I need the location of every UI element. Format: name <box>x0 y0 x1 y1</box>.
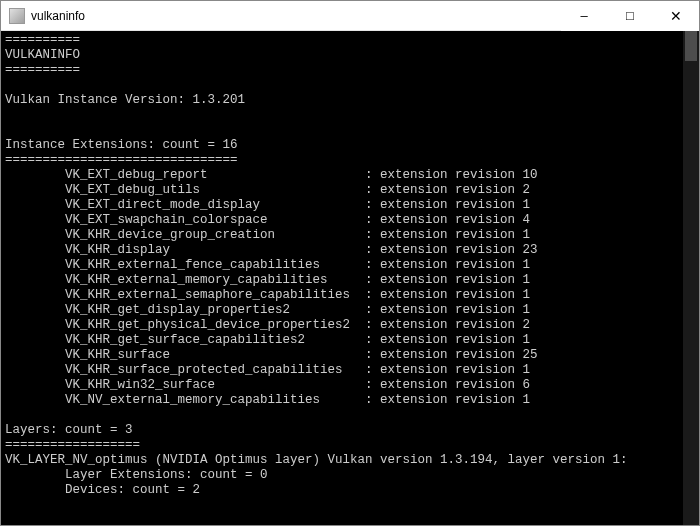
console-output: ========== VULKANINFO ========== Vulkan … <box>1 31 683 525</box>
titlebar[interactable]: vulkaninfo – □ ✕ <box>1 1 699 31</box>
window-controls: – □ ✕ <box>561 1 699 31</box>
app-icon <box>9 8 25 24</box>
window-title: vulkaninfo <box>31 9 85 23</box>
maximize-button[interactable]: □ <box>607 1 653 31</box>
close-button[interactable]: ✕ <box>653 1 699 31</box>
window: vulkaninfo – □ ✕ ========== VULKANINFO =… <box>0 0 700 526</box>
minimize-button[interactable]: – <box>561 1 607 31</box>
scrollbar[interactable] <box>683 31 699 525</box>
scrollbar-thumb[interactable] <box>685 31 697 61</box>
